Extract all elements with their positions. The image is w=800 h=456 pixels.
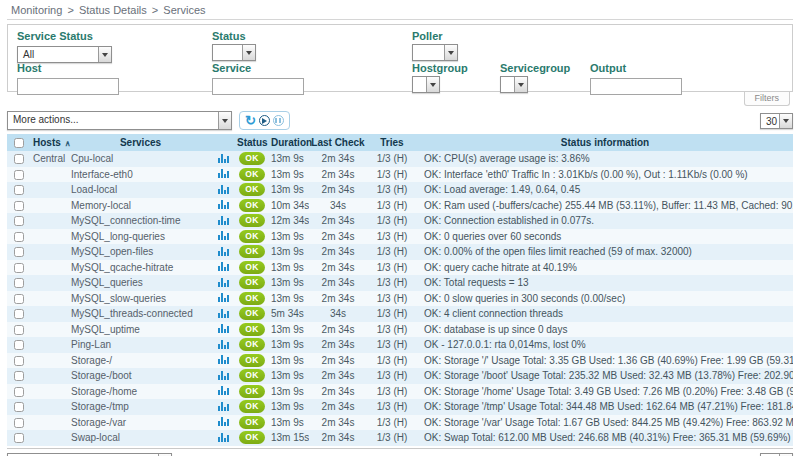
column-header-status[interactable]: Status <box>235 134 269 151</box>
status-select[interactable] <box>212 44 256 61</box>
service-link[interactable]: Storage-/boot <box>71 370 132 381</box>
service-link[interactable]: MySQL_long-queries <box>71 231 165 242</box>
status-badge: OK <box>239 214 265 227</box>
row-checkbox[interactable] <box>14 418 24 428</box>
column-header-status-information[interactable]: Status information <box>417 134 793 151</box>
page-size-select-top[interactable]: 30 <box>760 113 793 129</box>
tries-cell: 1/3 (H) <box>367 353 417 369</box>
graph-cell <box>212 430 235 446</box>
chart-icon[interactable] <box>218 246 229 256</box>
service-link[interactable]: Storage-/ <box>71 355 112 366</box>
row-checkbox[interactable] <box>14 278 24 288</box>
tries-cell: 1/3 (H) <box>367 213 417 229</box>
host-cell <box>31 399 69 415</box>
status-badge: OK <box>239 385 265 398</box>
chart-icon[interactable] <box>218 153 229 163</box>
service-input[interactable] <box>212 78 304 95</box>
row-checkbox[interactable] <box>14 294 24 304</box>
service-link[interactable]: Storage-/tmp <box>71 401 129 412</box>
chart-icon[interactable] <box>218 215 229 225</box>
chart-icon[interactable] <box>218 354 229 364</box>
service-link[interactable]: MySQL_qcache-hitrate <box>71 262 173 273</box>
table-row: Memory-local OK 10m 34s 34s 1/3 (H) OK: … <box>7 198 793 214</box>
chart-icon[interactable] <box>218 401 229 411</box>
row-checkbox[interactable] <box>14 216 24 226</box>
filters-tab[interactable]: Filters <box>744 91 791 106</box>
row-checkbox[interactable] <box>14 170 24 180</box>
host-input[interactable] <box>17 78 119 95</box>
chart-icon[interactable] <box>218 230 229 240</box>
duration-cell: 13m 9s <box>269 291 309 307</box>
column-header-hosts[interactable]: Hosts∧ <box>31 134 69 151</box>
host-cell <box>31 353 69 369</box>
status-information-cell: OK: Connection established in 0.077s. <box>417 213 793 229</box>
column-header-services[interactable]: Services <box>69 134 212 151</box>
breadcrumb-item-status-details[interactable]: Status Details <box>79 4 147 16</box>
service-link[interactable]: Storage-/home <box>71 386 137 397</box>
row-checkbox[interactable] <box>14 356 24 366</box>
chart-icon[interactable] <box>218 308 229 318</box>
service-link[interactable]: MySQL_uptime <box>71 324 140 335</box>
row-checkbox[interactable] <box>14 309 24 319</box>
service-link[interactable]: Storage-/var <box>71 417 126 428</box>
service-cell: Storage-/home <box>69 384 212 400</box>
row-checkbox[interactable] <box>14 201 24 211</box>
chart-icon[interactable] <box>218 199 229 209</box>
row-checkbox[interactable] <box>14 247 24 257</box>
column-header-tries[interactable]: Tries <box>367 134 417 151</box>
chart-icon[interactable] <box>218 261 229 271</box>
more-actions-select-top[interactable]: More actions... <box>7 111 232 130</box>
refresh-icon[interactable]: ↻ <box>245 114 256 127</box>
service-link[interactable]: MySQL_slow-queries <box>71 293 166 304</box>
service-link[interactable]: Cpu-local <box>71 153 113 164</box>
chart-icon[interactable] <box>218 339 229 349</box>
output-input[interactable] <box>590 78 682 95</box>
chart-icon[interactable] <box>218 416 229 426</box>
row-checkbox[interactable] <box>14 402 24 412</box>
row-checkbox[interactable] <box>14 232 24 242</box>
service-link[interactable]: MySQL_connection-time <box>71 215 181 226</box>
service-link[interactable]: Swap-local <box>71 432 120 443</box>
play-icon[interactable] <box>259 115 270 126</box>
row-checkbox[interactable] <box>14 387 24 397</box>
chevron-down-icon <box>779 114 792 128</box>
service-link[interactable]: Interface-eth0 <box>71 169 133 180</box>
chart-icon[interactable] <box>218 432 229 442</box>
select-all-checkbox[interactable] <box>14 138 24 148</box>
row-checkbox[interactable] <box>14 371 24 381</box>
status-badge: OK <box>239 354 265 367</box>
service-link[interactable]: MySQL_queries <box>71 277 143 288</box>
service-link[interactable]: MySQL_threads-connected <box>71 308 193 319</box>
services-table: Hosts∧ Services Status Duration Last Che… <box>7 134 793 446</box>
service-link[interactable]: Ping-Lan <box>71 339 111 350</box>
service-link[interactable]: Memory-local <box>71 200 131 211</box>
service-status-select[interactable]: All <box>17 46 112 63</box>
breadcrumb-item-services[interactable]: Services <box>163 4 205 16</box>
more-actions-select-bottom[interactable]: More actions... <box>7 453 172 456</box>
graph-cell <box>212 213 235 229</box>
status-information-cell: OK: database is up since 0 days <box>417 322 793 338</box>
service-link[interactable]: MySQL_open-files <box>71 246 153 257</box>
row-checkbox[interactable] <box>14 185 24 195</box>
poller-select[interactable] <box>412 44 458 61</box>
column-header-last-check[interactable]: Last Check <box>309 134 367 151</box>
chart-icon[interactable] <box>218 168 229 178</box>
table-row: Storage-/var OK 13m 9s 2m 34s 1/3 (H) OK… <box>7 415 793 431</box>
column-header-duration[interactable]: Duration <box>269 134 309 151</box>
chart-icon[interactable] <box>218 184 229 194</box>
breadcrumb-item-monitoring[interactable]: Monitoring <box>11 4 62 16</box>
row-checkbox[interactable] <box>14 340 24 350</box>
chart-icon[interactable] <box>218 277 229 287</box>
row-checkbox[interactable] <box>14 325 24 335</box>
chart-icon[interactable] <box>218 292 229 302</box>
hostgroup-select[interactable] <box>412 76 440 93</box>
row-checkbox[interactable] <box>14 433 24 443</box>
pause-icon[interactable] <box>273 115 284 126</box>
servicegroup-select[interactable] <box>500 76 528 93</box>
service-link[interactable]: Load-local <box>71 184 117 195</box>
chart-icon[interactable] <box>218 370 229 380</box>
row-checkbox[interactable] <box>14 154 24 164</box>
row-checkbox[interactable] <box>14 263 24 273</box>
chart-icon[interactable] <box>218 385 229 395</box>
chart-icon[interactable] <box>218 323 229 333</box>
